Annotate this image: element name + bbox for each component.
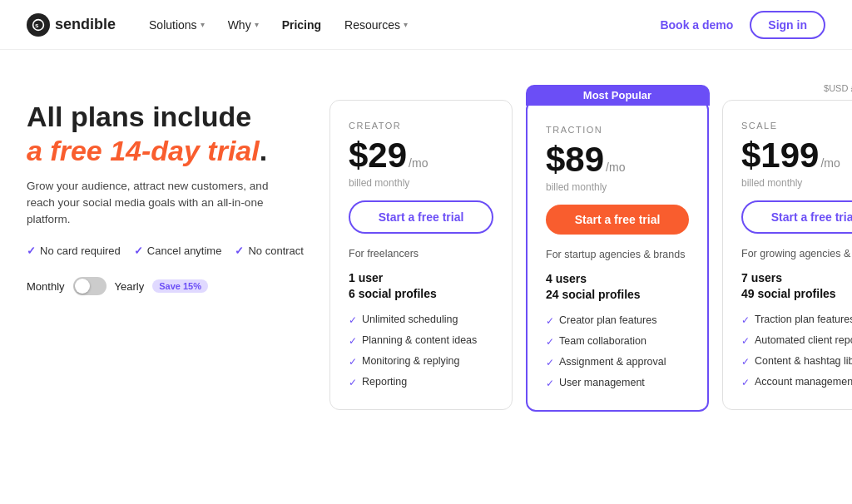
toggle-knob <box>75 279 90 294</box>
sign-in-button[interactable]: Sign in <box>750 11 825 39</box>
check-no-card: ✓ No card required <box>27 245 121 257</box>
plan-features: ✓ Unlimited scheduling ✓ Planning & cont… <box>349 313 493 390</box>
checkmark-icon: ✓ <box>546 314 554 328</box>
hero-section: All plans include a free 14-day trial. G… <box>27 83 310 471</box>
plans-container: CREATOR $29 /mo billed monthly Start a f… <box>329 100 852 412</box>
price-unit: /mo <box>820 156 840 170</box>
plan-for: For freelancers <box>349 247 493 262</box>
checkmark-icon: ✓ <box>134 245 143 257</box>
hero-subtext: Grow your audience, attract new customer… <box>27 178 276 229</box>
nav-pricing[interactable]: Pricing <box>282 18 321 32</box>
navbar: s sendible Solutions ▾ Why ▾ Pricing Res… <box>0 0 852 50</box>
plan-users: 1 user 6 social profiles <box>349 270 493 303</box>
nav-actions: Book a demo Sign in <box>660 11 825 39</box>
billing-label: billed monthly <box>741 177 852 189</box>
feature-item: ✓ Traction plan features <box>741 313 852 327</box>
checkmark-icon: ✓ <box>349 376 357 389</box>
save-badge: Save 15% <box>152 279 208 293</box>
checkmark-icon: ✓ <box>235 245 244 257</box>
start-trial-button-traction[interactable]: Start a free trial <box>546 205 689 235</box>
plan-name: SCALE <box>741 121 852 131</box>
hero-headline: All plans include a free 14-day trial. <box>27 100 310 168</box>
check-no-contract: ✓ No contract <box>235 245 303 257</box>
checkmark-icon: ✓ <box>349 314 357 327</box>
logo-icon: s <box>27 13 50 37</box>
main-content: All plans include a free 14-day trial. G… <box>0 50 852 504</box>
checkmark-icon: ✓ <box>741 314 750 327</box>
price-amount: $199 <box>741 136 819 175</box>
start-trial-button-creator[interactable]: Start a free trial <box>349 200 493 234</box>
feature-item: ✓ Unlimited scheduling <box>349 313 493 327</box>
checkmark-icon: ✓ <box>546 377 554 390</box>
logo[interactable]: s sendible <box>27 13 116 37</box>
nav-solutions[interactable]: Solutions ▾ <box>149 18 205 32</box>
plan-for: For growing agencies & brands <box>741 247 852 262</box>
plan-card-creator: CREATOR $29 /mo billed monthly Start a f… <box>329 100 513 410</box>
price-amount: $89 <box>546 140 604 180</box>
feature-item: ✓ Creator plan features <box>546 314 689 328</box>
start-trial-button-scale[interactable]: Start a free trial <box>741 200 852 234</box>
feature-item: ✓ User management <box>546 376 689 390</box>
plan-features: ✓ Traction plan features ✓ Automated cli… <box>741 313 852 390</box>
nav-resources[interactable]: Resources ▾ <box>344 18 408 32</box>
price-row: $199 /mo <box>741 136 852 175</box>
price-unit: /mo <box>606 161 625 174</box>
nav-links: Solutions ▾ Why ▾ Pricing Resources ▾ <box>149 18 660 32</box>
book-demo-link[interactable]: Book a demo <box>660 18 733 32</box>
logo-text: sendible <box>55 16 116 33</box>
hero-checks: ✓ No card required ✓ Cancel anytime ✓ No… <box>27 245 310 257</box>
feature-item: ✓ Planning & content ideas <box>349 334 493 348</box>
chevron-down-icon: ▾ <box>404 20 408 29</box>
checkmark-icon: ✓ <box>741 376 750 389</box>
checkmark-icon: ✓ <box>546 356 554 369</box>
plan-users: 4 users 24 social profiles <box>546 271 689 304</box>
plan-card-traction: Most Popular TRACTION $89 /mo billed mon… <box>526 100 709 412</box>
plan-name: CREATOR <box>349 121 493 131</box>
feature-item: ✓ Team collaboration <box>546 334 689 348</box>
checkmark-icon: ✓ <box>27 245 36 257</box>
check-cancel: ✓ Cancel anytime <box>134 245 222 257</box>
feature-item: ✓ Content & hashtag library <box>741 354 852 368</box>
billing-toggle-row: Monthly Yearly Save 15% <box>27 277 310 295</box>
billing-label: billed monthly <box>349 177 493 189</box>
popular-badge: Most Popular <box>526 85 710 106</box>
feature-item: ✓ Assignment & approval <box>546 355 689 369</box>
checkmark-icon: ✓ <box>741 334 750 348</box>
plan-features: ✓ Creator plan features ✓ Team collabora… <box>546 314 689 391</box>
billing-monthly-label: Monthly <box>27 280 65 293</box>
feature-item: ✓ Reporting <box>349 375 493 389</box>
price-row: $29 /mo <box>349 136 493 175</box>
billing-label: billed monthly <box>546 181 689 193</box>
plan-for: For startup agencies & brands <box>546 248 689 263</box>
plan-users: 7 users 49 social profiles <box>741 270 852 303</box>
feature-item: ✓ Automated client reports <box>741 334 852 348</box>
plan-name: TRACTION <box>546 125 689 135</box>
price-amount: $29 <box>349 136 407 175</box>
checkmark-icon: ✓ <box>349 334 357 348</box>
chevron-down-icon: ▾ <box>201 20 205 29</box>
feature-item: ✓ Monitoring & replying <box>349 354 493 368</box>
billing-yearly-label: Yearly <box>115 280 145 293</box>
nav-why[interactable]: Why ▾ <box>228 18 259 32</box>
svg-text:s: s <box>35 22 39 29</box>
plan-card-scale: SCALE $199 /mo billed monthly Start a fr… <box>722 100 852 410</box>
price-row: $89 /mo <box>546 140 689 180</box>
price-unit: /mo <box>409 156 428 170</box>
checkmark-icon: ✓ <box>546 335 554 348</box>
checkmark-icon: ✓ <box>349 355 357 368</box>
feature-item: ✓ Account management <box>741 375 852 389</box>
billing-toggle[interactable] <box>73 277 106 295</box>
chevron-down-icon: ▾ <box>255 20 259 29</box>
checkmark-icon: ✓ <box>741 355 750 368</box>
